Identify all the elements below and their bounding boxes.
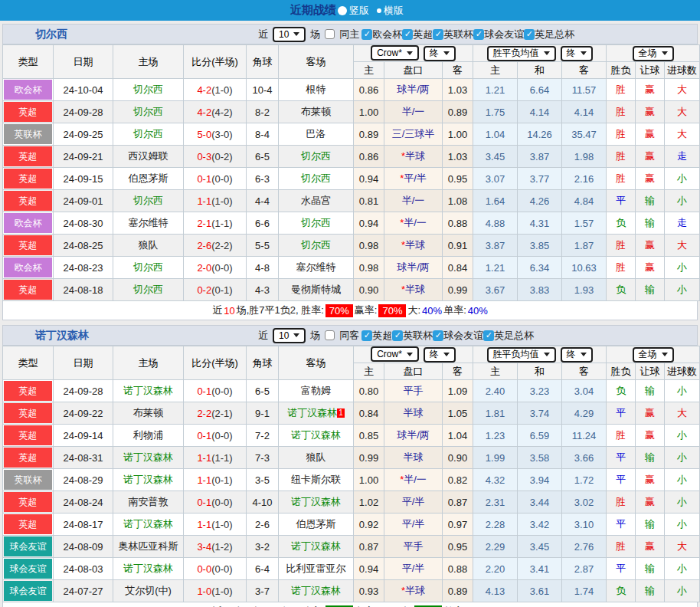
section-header: 诺丁汉森林近10场同客✓英超✓英联杯✓球会友谊✓英足总杯 [2,325,698,346]
layout-vertical-label[interactable]: 竖版 [349,4,369,18]
league-badge: 英超 [4,191,52,211]
handicap-outcome: 输 [636,558,665,580]
avg-draw: 3.77 [518,168,562,190]
handicap: 平/半 [384,513,443,536]
home-team: 诺丁汉森林 [113,469,184,491]
chevron-down-icon [407,51,413,55]
handicap-outcome: 输 [636,580,665,602]
home-team: 切尔西 [113,79,184,101]
match-row: 英超24-08-17诺丁汉森林1-1(1-0)2-6伯恩茅斯0.92平/半0.9… [3,513,700,536]
bookmaker-select[interactable]: Crow* [371,45,419,61]
odds-home: 0.90 [354,279,384,301]
league-filter-checkbox[interactable]: ✓ [433,330,443,341]
avg-draw: 4.14 [518,101,562,123]
column-header: 比分(半场) [184,346,247,380]
sub-column-header: 客 [562,363,607,380]
odds-home: 0.93 [354,580,384,602]
league-filter-checkbox[interactable]: ✓ [524,29,535,40]
corners: 7-3 [247,447,279,469]
handicap: *半球 [384,146,443,168]
layout-horizontal-radio[interactable] [377,8,381,13]
odds-home: 1.00 [354,101,384,123]
match-count-select[interactable]: 10 [273,27,306,42]
scope-select[interactable]: 全场 [633,347,674,363]
league-filter-checkbox[interactable]: ✓ [361,330,372,341]
match-count-select[interactable]: 10 [273,328,306,343]
odds-home: 0.81 [354,190,384,212]
column-header: 比分(半场) [184,45,247,79]
odds-stage-select[interactable]: 终 [424,347,456,363]
league-filter-checkbox[interactable]: ✓ [402,29,413,40]
team-title: 诺丁汉森林 [35,329,89,343]
home-team: 布莱顿 [113,402,184,425]
odds-away: 0.82 [443,469,473,491]
odds-away: 0.91 [443,235,473,257]
away-team: 切尔西 [279,235,354,257]
same-venue-checkbox[interactable] [325,330,335,340]
avg-home: 4.32 [473,469,518,491]
league-filter-checkbox[interactable]: ✓ [361,29,372,40]
avg-home: 1.75 [473,101,518,123]
score: 0-1(0-0) [184,491,247,513]
goals-outcome: 小 [665,425,700,447]
avg-home: 2.29 [473,536,518,558]
league-filter-checkbox[interactable]: ✓ [473,29,484,40]
home-team: 艾尔切(中) [113,580,184,602]
result-outcome: 胜 [607,123,636,146]
layout-vertical-radio[interactable] [338,6,347,15]
odds-stage-select[interactable]: 终 [424,46,456,61]
score: 0-3(0-2) [184,146,247,168]
avg-home: 1.21 [473,79,518,101]
scope-select[interactable]: 全场 [633,46,674,61]
handicap: 平手 [384,380,443,402]
corners: 6-5 [247,146,279,168]
handicap-outcome: 输 [636,447,665,469]
handicap: *平/半 [384,168,443,190]
match-row: 英联杯24-09-25切尔西5-0(3-0)8-4巴洛0.89三/三球半1.00… [3,123,700,146]
league-badge: 英超 [4,403,52,423]
corners: 4-3 [247,279,279,301]
league-filter-label: 球会友谊 [443,329,483,343]
sub-column-header: 和 [518,363,562,380]
league-badge: 英超 [4,102,52,122]
match-date: 24-09-22 [54,402,113,425]
same-venue-checkbox[interactable] [325,29,335,39]
avg-stage-select[interactable]: 终 [561,347,593,363]
match-date: 24-09-21 [54,146,113,168]
score: 1-1(1-0) [184,513,247,536]
score: 1-1(1-1) [184,447,247,469]
avg-select[interactable]: 胜平负均值 [487,46,556,61]
league-badge: 英超 [4,448,52,468]
match-row: 欧会杯24-08-30塞尔维特2-1(1-1)6-6切尔西0.94*半/一0.8… [3,212,700,235]
section-summary: 近10场,胜7平1负2, 胜率:70% 赢率:70% 大:40% 单率:40% [2,301,698,320]
result-outcome: 胜 [607,146,636,168]
handicap-outcome: 赢 [636,146,665,168]
league-filter-checkbox[interactable]: ✓ [483,330,494,341]
layout-horizontal-label[interactable]: 横版 [384,4,404,18]
summary-text: 赢率: [355,304,378,317]
handicap: *半球 [384,279,443,301]
home-team: 诺丁汉森林 [113,558,184,580]
sub-column-header: 客 [443,363,473,380]
match-table: 类型日期主场比分(半场)角球客场Crow*终胜平负均值终全场主盘口客主和客胜负让… [2,346,700,602]
handicap-outcome: 赢 [636,235,665,257]
column-header: 日期 [54,346,113,380]
goals-outcome: 大 [665,402,700,425]
league-filter-label: 球会友谊 [484,28,524,41]
handicap: 平手 [384,536,443,558]
league-filter-checkbox[interactable]: ✓ [392,330,403,341]
column-header: 客场 [279,346,354,380]
near-label: 近 [258,329,268,343]
corners: 4-4 [247,190,279,212]
league-badge: 英联杯 [4,124,52,144]
avg-select[interactable]: 胜平负均值 [487,347,556,363]
recent-results-page: 近期战绩 竖版 横版 切尔西近10场同主✓欧会杯✓英超✓英联杯✓球会友谊✓英足总… [0,0,700,607]
avg-draw: 6.34 [518,257,562,279]
summary-text: 近 [212,304,222,317]
bookmaker-select[interactable]: Crow* [371,346,419,362]
same-venue-label: 同客 [339,329,359,343]
goals-outcome: 走 [665,212,700,235]
away-team: 诺丁汉森林 [279,491,354,513]
league-filter-checkbox[interactable]: ✓ [433,29,443,40]
avg-stage-select[interactable]: 终 [561,46,593,61]
